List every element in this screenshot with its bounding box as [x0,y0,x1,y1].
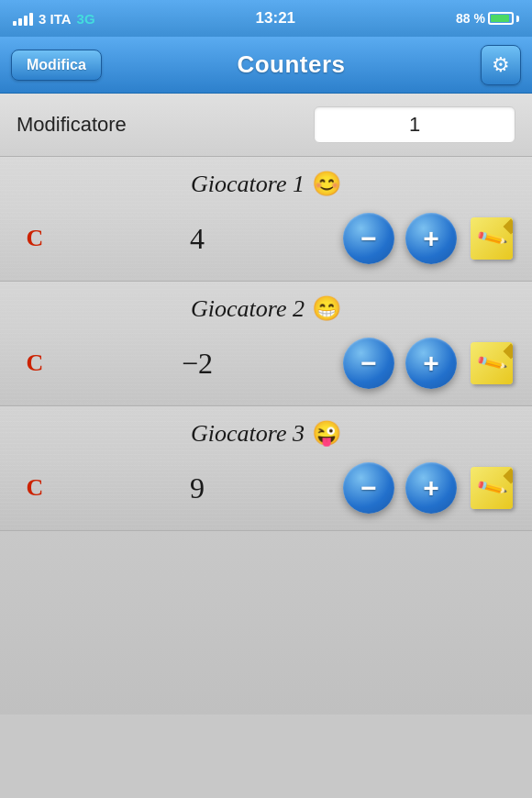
modificatore-input[interactable] [314,106,515,143]
player-3-plus-button[interactable]: + [405,462,457,514]
player-2-plus-button[interactable]: + [405,338,457,389]
status-left: 3 ITA 3G [13,11,95,27]
player-3-notes-button[interactable]: ✏️ [468,464,515,512]
player-1-reset-button[interactable]: C [17,225,53,252]
battery-fill [491,15,509,22]
player-2-minus-button[interactable]: − [343,338,394,389]
gear-icon: ⚙ [492,53,510,77]
pencil-icon-2: ✏️ [475,347,508,380]
player-3-emoji: 😜 [312,419,341,448]
status-bar: 3 ITA 3G 13:21 88 % [0,0,532,37]
player-1-name: Giocatore 1 [191,171,305,198]
player-1-name-row: Giocatore 1 😊 [0,157,532,205]
time-label: 13:21 [256,9,295,28]
player-2-emoji: 😁 [312,294,341,323]
battery-pct: 88 % [456,11,485,26]
carrier-label: 3 ITA [39,11,72,27]
player-2-controls: C −2 − + ✏️ [0,330,532,405]
nav-bar: Modifica Counters ⚙ [0,37,532,94]
modifica-button[interactable]: Modifica [11,50,102,81]
player-3-minus-button[interactable]: − [343,462,394,514]
modificatore-label: Modificatore [17,113,314,137]
main-content: Modificatore Giocatore 1 😊 C 4 − + ✏️ Gi… [0,94,532,715]
bar3 [24,16,28,26]
settings-button[interactable]: ⚙ [481,45,521,85]
network-label: 3G [77,11,95,27]
player-2-notes-icon: ✏️ [471,342,513,384]
player-3-notes-icon: ✏️ [471,467,513,509]
modificatore-row: Modificatore [0,94,532,157]
player-2-name-row: Giocatore 2 😁 [0,282,532,330]
player-2-name: Giocatore 2 [191,295,305,323]
player-3-reset-button[interactable]: C [17,474,53,502]
bottom-area [0,531,532,715]
signal-bars [13,11,33,26]
player-2-score: −2 [57,347,338,381]
player-3-name: Giocatore 3 [191,420,305,448]
player-3-name-row: Giocatore 3 😜 [0,406,532,455]
player-1-emoji: 😊 [312,170,341,198]
player-1-notes-button[interactable]: ✏️ [468,215,515,262]
pencil-icon: ✏️ [475,222,508,255]
player-3-section: Giocatore 3 😜 C 9 − + ✏️ [0,406,532,531]
player-3-score: 9 [57,471,338,505]
player-1-minus-button[interactable]: − [343,213,394,264]
player-2-section: Giocatore 2 😁 C −2 − + ✏️ [0,282,532,406]
bar2 [18,18,22,26]
player-1-section: Giocatore 1 😊 C 4 − + ✏️ [0,157,532,282]
player-2-reset-button[interactable]: C [17,349,53,377]
pencil-icon-3: ✏️ [475,471,508,504]
bar4 [29,13,33,26]
battery-body [488,12,514,25]
player-2-notes-button[interactable]: ✏️ [468,339,515,387]
bar1 [13,21,17,26]
battery-tip [516,16,519,22]
page-title: Counters [237,50,345,79]
battery-icon: 88 % [456,11,519,26]
player-3-controls: C 9 − + ✏️ [0,455,532,530]
player-1-plus-button[interactable]: + [405,213,457,264]
player-1-notes-icon: ✏️ [471,217,513,260]
player-1-controls: C 4 − + ✏️ [0,205,532,281]
player-1-score: 4 [57,222,338,256]
